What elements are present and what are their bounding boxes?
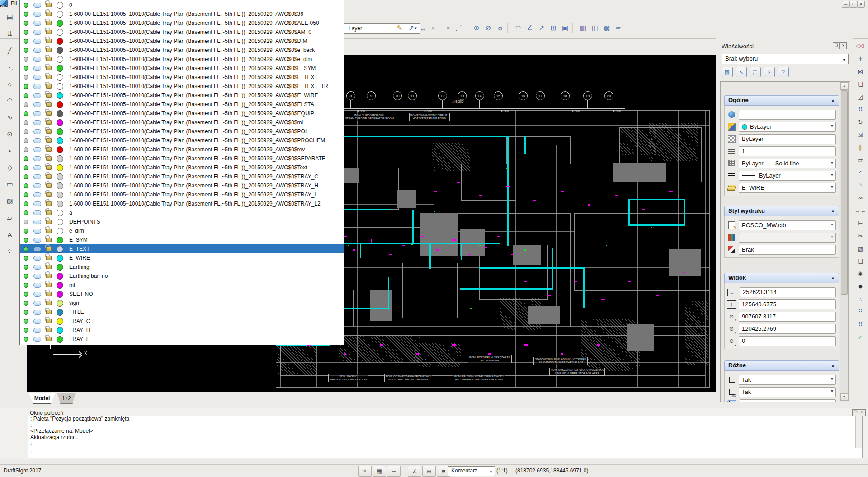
- layer-thawed-icon[interactable]: [33, 48, 41, 53]
- layer-color-icon[interactable]: [57, 110, 63, 117]
- layer-thawed-icon[interactable]: [33, 301, 41, 306]
- layer-on-icon[interactable]: [24, 84, 28, 89]
- layer-thawed-icon[interactable]: [33, 319, 41, 324]
- layer-on-icon[interactable]: [24, 238, 28, 243]
- hatch-edit-icon[interactable]: ▧: [855, 245, 865, 253]
- layer-unlocked-icon[interactable]: [46, 301, 52, 305]
- layer-row[interactable]: 1-600-00-EE151-10005~10010(Cable Tray Pl…: [20, 199, 344, 208]
- layer-on-icon[interactable]: [24, 328, 28, 333]
- command-input[interactable]: :: [28, 449, 863, 458]
- construction-line-icon[interactable]: ⋱: [4, 62, 16, 73]
- layer-row[interactable]: 1-600-00-EE151-10005~10010(Cable Tray Pl…: [20, 19, 344, 28]
- layer-color-icon[interactable]: [57, 155, 63, 162]
- diameter-dimension-icon[interactable]: ⌀: [495, 23, 505, 33]
- new-file-icon[interactable]: ▤: [4, 12, 16, 23]
- layer-color-icon[interactable]: [57, 92, 63, 99]
- annotation-scale-combo[interactable]: Komentarz ▼: [448, 466, 495, 476]
- layer-color-icon[interactable]: [57, 228, 63, 234]
- angular-dimension-icon[interactable]: ∠: [524, 23, 535, 33]
- layer-color-icon[interactable]: [57, 20, 63, 27]
- layer-color-icon[interactable]: [57, 210, 63, 216]
- layer-thawed-icon[interactable]: [33, 183, 41, 188]
- command-history[interactable]: : Paleta "Pozycja początkowa" zamknięta:…: [28, 416, 863, 449]
- selection-combo[interactable]: Brak wyboru ▼: [722, 54, 849, 64]
- center-mark-icon[interactable]: ⊕: [471, 23, 482, 33]
- continue-dimension-icon[interactable]: ⇥: [441, 23, 452, 33]
- layer-thawed-icon[interactable]: [33, 256, 41, 261]
- ortho-toggle-icon[interactable]: ⊢: [387, 466, 401, 477]
- layer-color-icon[interactable]: [57, 246, 63, 253]
- layer-row[interactable]: TRAY_H: [20, 326, 344, 335]
- layer-on-icon[interactable]: [24, 3, 28, 8]
- layer-thawed-icon[interactable]: [33, 292, 41, 297]
- layer-thawed-icon[interactable]: [33, 57, 41, 62]
- layer-unlocked-icon[interactable]: [46, 66, 52, 70]
- collapse-icon[interactable]: ▲: [831, 273, 835, 282]
- layer-thawed-icon[interactable]: [33, 201, 41, 206]
- layer-thawed-icon[interactable]: [33, 274, 41, 279]
- linear-dimension-icon[interactable]: ↔: [418, 23, 429, 33]
- layer-on-icon[interactable]: [24, 310, 28, 315]
- layer-color-icon[interactable]: [57, 38, 63, 45]
- fillet-icon[interactable]: ◜: [855, 169, 865, 177]
- layer-row[interactable]: SEET NO: [20, 290, 344, 299]
- chamfer-icon[interactable]: ◿: [855, 93, 865, 101]
- layer-row[interactable]: 1-600-00-EE151-10005~10010(Cable Tray Pl…: [20, 136, 344, 145]
- rotate-entity-icon[interactable]: ↻: [855, 118, 865, 126]
- layer-thawed-icon[interactable]: [33, 102, 41, 107]
- scroll-down-icon[interactable]: ▼: [840, 393, 848, 401]
- layer-color-icon[interactable]: [57, 173, 63, 180]
- polygon-tool-icon[interactable]: ◇: [4, 162, 16, 173]
- grip-edit-icon[interactable]: ✱: [855, 270, 865, 278]
- layer-off-icon[interactable]: [24, 220, 28, 224]
- property-combo[interactable]: Tak: [739, 387, 836, 397]
- layer-row[interactable]: Earthing: [20, 262, 344, 271]
- layer-on-icon[interactable]: [24, 201, 28, 206]
- layer-thawed-icon[interactable]: [33, 229, 41, 234]
- layer-on-icon[interactable]: [24, 93, 28, 98]
- edit-annotation-icon[interactable]: ▥: [578, 23, 589, 33]
- layer-unlocked-icon[interactable]: [46, 274, 52, 278]
- layer-row[interactable]: TRAY_L: [20, 335, 344, 344]
- layer-color-icon[interactable]: [57, 182, 63, 189]
- layer-row[interactable]: sign: [20, 299, 344, 308]
- tab-model[interactable]: Model: [28, 393, 56, 404]
- arc-length-dimension-icon[interactable]: ◠: [513, 23, 524, 33]
- layer-on-icon[interactable]: [24, 265, 28, 270]
- layer-unlocked-icon[interactable]: [46, 156, 52, 161]
- property-combo[interactable]: E_WIRE: [739, 183, 836, 193]
- layer-on-icon[interactable]: [24, 174, 28, 179]
- layer-row[interactable]: 1-600-00-EE151-10005~10010(Cable Tray Pl…: [20, 37, 344, 46]
- properties-scrollbar[interactable]: ▲ ▼: [840, 82, 849, 401]
- scale-entity-icon[interactable]: ⇲: [855, 131, 865, 139]
- layer-thawed-icon[interactable]: [33, 30, 41, 35]
- rectangle-tool-icon[interactable]: ▭: [4, 179, 16, 190]
- layer-on-icon[interactable]: [24, 301, 28, 306]
- blend-curve-icon[interactable]: ∾: [855, 194, 865, 202]
- property-combo[interactable]: POSCO_MW.ctb: [739, 220, 836, 230]
- eraser-icon[interactable]: ⌫: [855, 42, 865, 50]
- layer-unlocked-icon[interactable]: [46, 210, 52, 215]
- polar-toggle-icon[interactable]: ∠: [408, 466, 421, 477]
- move-entity-icon[interactable]: ✛: [855, 55, 865, 63]
- layer-on-icon[interactable]: [24, 48, 28, 53]
- layer-color-icon[interactable]: [57, 2, 63, 9]
- property-field[interactable]: 252623.3114: [740, 287, 836, 297]
- layer-color-icon[interactable]: [57, 11, 63, 18]
- property-field[interactable]: 907607.3117: [739, 312, 836, 322]
- layer-thawed-icon[interactable]: [33, 138, 41, 143]
- collapse-icon[interactable]: ▲: [831, 361, 835, 370]
- layer-thawed-icon[interactable]: [33, 210, 41, 215]
- quick-select-icon[interactable]: ⚡: [764, 67, 775, 77]
- property-field[interactable]: ByLayer: [739, 134, 836, 144]
- minimize-button[interactable]: —: [842, 1, 849, 8]
- datum-icon[interactable]: ▣: [560, 23, 571, 33]
- layer-color-icon[interactable]: [57, 29, 63, 36]
- circle-tool-icon[interactable]: ○: [4, 79, 16, 89]
- layer-color-icon[interactable]: [57, 119, 63, 126]
- layer-row[interactable]: E_SYM: [20, 235, 344, 244]
- layer-on-icon[interactable]: [24, 111, 28, 116]
- command-scrollbar[interactable]: [855, 416, 862, 448]
- layer-thawed-icon[interactable]: [33, 147, 41, 152]
- layer-on-icon[interactable]: [24, 337, 28, 342]
